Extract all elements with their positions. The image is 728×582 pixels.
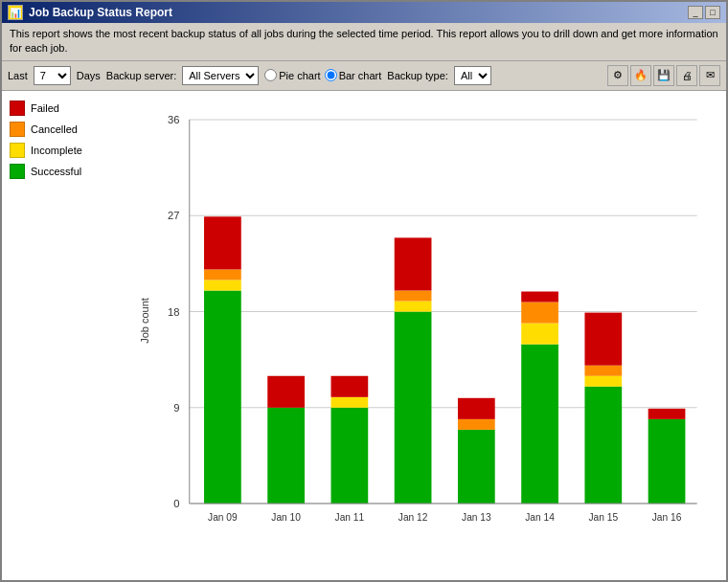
chart-type-group: Pie chart Bar chart	[264, 69, 381, 81]
toolbar: Last 7 14 30 Days Backup server: All Ser…	[2, 61, 726, 91]
days-label: Days	[77, 70, 101, 81]
days-select[interactable]: 7 14 30	[34, 66, 71, 85]
svg-text:18: 18	[168, 305, 179, 317]
svg-rect-19	[331, 408, 369, 504]
bar-jan12[interactable]: Jan 12	[395, 237, 432, 523]
bar-jan14[interactable]: Jan 14	[521, 291, 558, 523]
svg-rect-33	[521, 323, 558, 344]
failed-color	[10, 101, 25, 116]
svg-rect-40	[584, 312, 622, 365]
bar-chart-radio[interactable]	[325, 69, 337, 81]
svg-rect-13	[204, 269, 241, 280]
svg-rect-32	[521, 344, 558, 503]
svg-rect-29	[458, 419, 495, 430]
backup-type-select[interactable]: All	[454, 66, 491, 85]
bar-chart: 0 9 18 27 36	[150, 101, 717, 542]
successful-label: Successful	[31, 166, 81, 177]
svg-rect-43	[648, 409, 686, 419]
save-button[interactable]: 💾	[653, 65, 674, 86]
pie-chart-radio-label[interactable]: Pie chart	[264, 69, 320, 81]
backup-server-label: Backup server:	[106, 70, 176, 81]
title-bar: 📊 Job Backup Status Report _ □	[2, 2, 726, 23]
incomplete-color	[10, 143, 25, 158]
svg-text:27: 27	[168, 210, 179, 221]
cancelled-label: Cancelled	[31, 123, 78, 135]
svg-rect-17	[267, 376, 305, 408]
print-button[interactable]: 🖨	[676, 65, 697, 86]
legend-failed: Failed	[10, 101, 104, 116]
svg-rect-24	[395, 301, 432, 311]
bar-jan09[interactable]: Jan 09	[204, 216, 241, 523]
svg-text:Jan 13: Jan 13	[462, 512, 491, 523]
main-window: 📊 Job Backup Status Report _ □ This repo…	[0, 0, 728, 582]
bar-jan15[interactable]: Jan 15	[584, 312, 622, 523]
svg-text:0: 0	[173, 498, 179, 509]
svg-rect-25	[395, 290, 432, 301]
y-axis-label: Job count	[139, 299, 150, 345]
svg-rect-34	[521, 302, 558, 323]
svg-rect-12	[204, 280, 241, 290]
svg-text:Jan 09: Jan 09	[208, 512, 238, 523]
svg-rect-37	[584, 387, 622, 504]
svg-text:Jan 14: Jan 14	[525, 512, 555, 523]
chart-area: Job count 0 9 18	[112, 91, 726, 580]
svg-text:9: 9	[173, 402, 179, 414]
incomplete-label: Incomplete	[31, 145, 82, 156]
bar-jan16[interactable]: Jan 16	[648, 409, 686, 523]
svg-rect-21	[331, 376, 369, 397]
window-icon: 📊	[8, 5, 23, 20]
title-bar-left: 📊 Job Backup Status Report	[8, 5, 172, 20]
bar-jan10[interactable]: Jan 10	[267, 376, 305, 523]
svg-text:Jan 11: Jan 11	[335, 512, 365, 523]
svg-text:36: 36	[168, 114, 179, 125]
report-description: This report shows the most recent backup…	[2, 23, 726, 61]
svg-text:Jan 12: Jan 12	[398, 512, 428, 523]
pie-chart-radio[interactable]	[264, 69, 277, 81]
last-label: Last	[8, 70, 28, 81]
legend-cancelled: Cancelled	[10, 122, 104, 137]
window-title: Job Backup Status Report	[29, 6, 172, 19]
svg-text:Jan 15: Jan 15	[589, 512, 619, 523]
restore-button[interactable]: □	[705, 6, 720, 19]
svg-rect-14	[204, 216, 241, 269]
svg-rect-16	[267, 408, 305, 504]
svg-text:Jan 10: Jan 10	[271, 512, 301, 523]
svg-rect-42	[648, 419, 686, 504]
svg-rect-38	[584, 376, 622, 387]
backup-server-select[interactable]: All Servers	[182, 66, 259, 85]
content-area: Failed Cancelled Incomplete Successful J…	[2, 91, 726, 580]
cancelled-color	[10, 122, 25, 137]
legend-successful: Successful	[10, 164, 104, 179]
legend-incomplete: Incomplete	[10, 143, 104, 158]
successful-color	[10, 164, 25, 179]
bar-jan11[interactable]: Jan 11	[331, 376, 369, 523]
settings-button[interactable]: ⚙	[607, 65, 628, 86]
svg-text:Jan 16: Jan 16	[652, 512, 682, 523]
svg-rect-20	[331, 397, 369, 408]
svg-rect-28	[458, 430, 495, 504]
bar-chart-radio-label[interactable]: Bar chart	[325, 69, 382, 81]
svg-rect-26	[395, 237, 432, 290]
svg-rect-23	[395, 311, 432, 504]
backup-type-label: Backup type:	[387, 70, 448, 81]
toolbar-right: ⚙ 🔥 💾 🖨 ✉	[607, 65, 720, 86]
chart-container: Job count 0 9 18	[150, 101, 717, 542]
svg-rect-39	[584, 366, 622, 376]
minimize-button[interactable]: _	[688, 6, 703, 19]
failed-label: Failed	[31, 102, 59, 114]
email-button[interactable]: ✉	[699, 65, 720, 86]
svg-rect-35	[521, 291, 558, 302]
svg-rect-11	[204, 290, 241, 504]
svg-rect-30	[458, 398, 495, 419]
legend: Failed Cancelled Incomplete Successful	[2, 91, 112, 580]
refresh-button[interactable]: 🔥	[630, 65, 651, 86]
title-controls: _ □	[688, 6, 720, 19]
